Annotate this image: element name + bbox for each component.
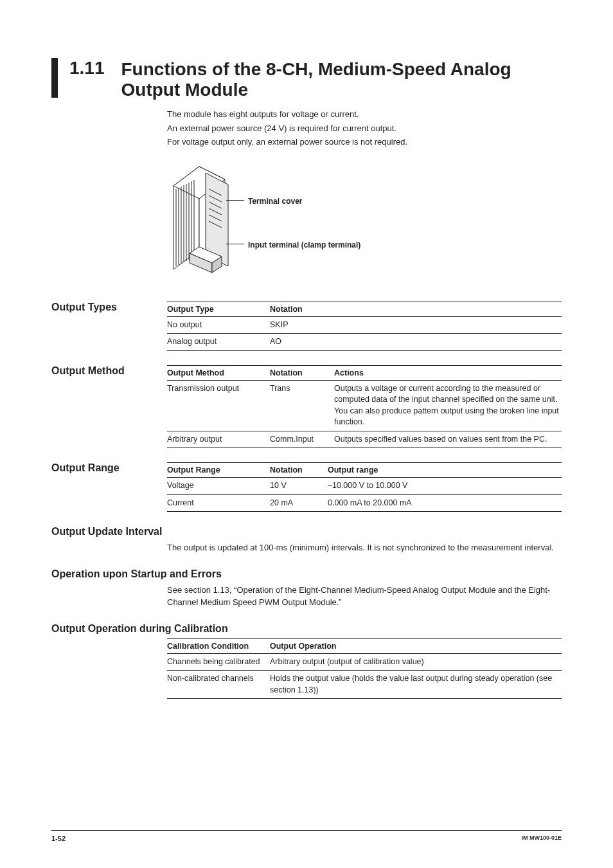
diagram-label-input-terminal: Input terminal (clamp terminal) bbox=[248, 239, 360, 251]
th-calibration-condition: Calibration Condition bbox=[167, 638, 270, 653]
subheading-calibration: Output Operation during Calibration bbox=[51, 623, 562, 635]
page-footer: 1-52 IM MW100-01E bbox=[51, 830, 562, 842]
td-operation: Arbitrary output (output of calibration … bbox=[270, 653, 562, 671]
intro-line: For voltage output only, an external pow… bbox=[167, 136, 562, 149]
td-notation: Comm.Input bbox=[270, 431, 334, 448]
section-number: 1.11 bbox=[69, 58, 105, 77]
output-method-table: Output Method Notation Actions Transmiss… bbox=[167, 365, 562, 449]
td-output: –10.000 V to 10.000 V bbox=[328, 478, 562, 495]
leader-line bbox=[226, 244, 244, 244]
intro-text: The module has eight outputs for voltage… bbox=[167, 108, 562, 149]
td-condition: Non-calibrated channels bbox=[167, 671, 270, 699]
doc-id: IM MW100-01E bbox=[521, 835, 562, 842]
output-types-table: Output Type Notation No output SKIP Anal… bbox=[167, 302, 562, 351]
output-range-table: Output Range Notation Output range Volta… bbox=[167, 462, 562, 512]
th-output-type: Output Type bbox=[167, 302, 270, 316]
td-range: Voltage bbox=[167, 478, 270, 495]
th-notation: Notation bbox=[270, 365, 334, 380]
subheading-output-types: Output Types bbox=[51, 302, 167, 351]
leader-line bbox=[226, 200, 244, 201]
td-output: 0.000 mA to 20.000 mA bbox=[328, 494, 562, 512]
td-condition: Channels being calibrated bbox=[167, 653, 270, 671]
td-notation: SKIP bbox=[270, 316, 562, 334]
th-notation: Notation bbox=[270, 302, 562, 316]
td-method: Transmission output bbox=[167, 380, 270, 431]
module-diagram: Terminal cover Input terminal (clamp ter… bbox=[167, 160, 562, 282]
subheading-output-method: Output Method bbox=[51, 365, 167, 449]
intro-line: The module has eight outputs for voltage… bbox=[167, 108, 562, 121]
td-actions: Outputs specified values based on values… bbox=[334, 431, 562, 448]
calibration-table: Calibration Condition Output Operation C… bbox=[167, 638, 562, 700]
th-output-operation: Output Operation bbox=[270, 638, 562, 653]
td-range: Current bbox=[167, 494, 270, 512]
diagram-label-terminal-cover: Terminal cover bbox=[248, 195, 302, 207]
td-operation: Holds the output value (holds the value … bbox=[270, 671, 562, 699]
section-header: 1.11 Functions of the 8-CH, Medium-Speed… bbox=[51, 58, 562, 100]
startup-errors-text: See section 1.13, “Operation of the Eigh… bbox=[167, 584, 562, 609]
section-title: Functions of the 8-CH, Medium-Speed Anal… bbox=[121, 58, 562, 100]
intro-line: An external power source (24 V) is requi… bbox=[167, 122, 562, 135]
td-notation: 20 mA bbox=[270, 494, 328, 512]
th-notation: Notation bbox=[270, 463, 328, 478]
th-output-method: Output Method bbox=[167, 365, 270, 380]
subheading-startup-errors: Operation upon Startup and Errors bbox=[51, 568, 562, 580]
page-number: 1-52 bbox=[51, 835, 66, 842]
td-type: Analog output bbox=[167, 334, 270, 351]
th-actions: Actions bbox=[334, 365, 562, 380]
subheading-update-interval: Output Update Interval bbox=[51, 526, 562, 538]
td-method: Arbitrary output bbox=[167, 431, 270, 448]
th-output-range-val: Output range bbox=[328, 463, 562, 478]
module-icon bbox=[167, 160, 251, 282]
update-interval-text: The output is updated at 100-ms (minimum… bbox=[167, 541, 562, 554]
td-type: No output bbox=[167, 316, 270, 334]
td-actions: Outputs a voltage or current according t… bbox=[334, 380, 562, 431]
th-output-range: Output Range bbox=[167, 463, 270, 478]
accent-bar bbox=[51, 58, 58, 98]
subheading-output-range: Output Range bbox=[51, 462, 167, 512]
td-notation: 10 V bbox=[270, 478, 328, 495]
td-notation: Trans bbox=[270, 380, 334, 431]
td-notation: AO bbox=[270, 334, 562, 351]
